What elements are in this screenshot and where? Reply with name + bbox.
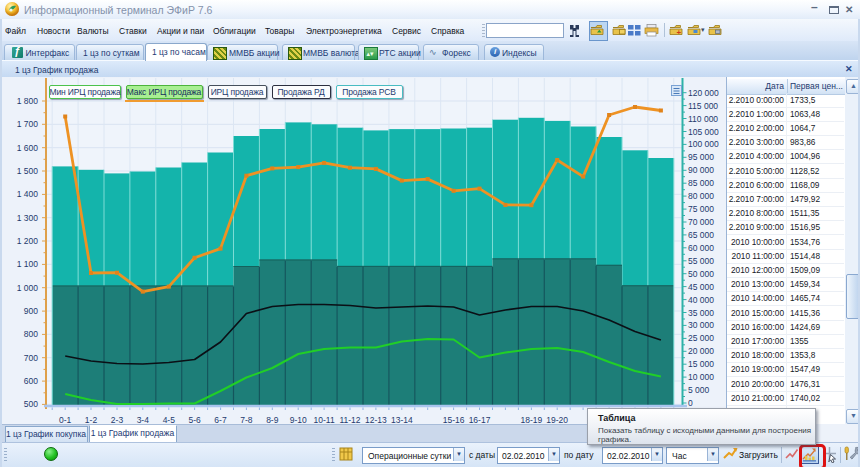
- svg-text:90 000: 90 000: [688, 165, 714, 175]
- svg-text:900: 900: [24, 306, 38, 316]
- svg-text:30 000: 30 000: [688, 320, 714, 330]
- svg-text:3-4: 3-4: [137, 415, 150, 424]
- svg-text:1 500: 1 500: [17, 166, 39, 176]
- svg-text:1 200: 1 200: [17, 236, 39, 246]
- svg-text:35 000: 35 000: [688, 308, 714, 318]
- svg-text:25 000: 25 000: [688, 333, 714, 343]
- svg-text:11-12: 11-12: [339, 415, 360, 424]
- svg-text:1 800: 1 800: [17, 96, 39, 106]
- svg-text:110 000: 110 000: [688, 114, 718, 124]
- svg-text:105 000: 105 000: [688, 127, 719, 137]
- svg-text:10 000: 10 000: [688, 372, 714, 382]
- svg-text:70 000: 70 000: [688, 217, 714, 227]
- svg-text:50 000: 50 000: [688, 269, 714, 279]
- svg-text:20 000: 20 000: [688, 346, 714, 356]
- svg-text:7-8: 7-8: [240, 415, 253, 424]
- svg-text:65 000: 65 000: [688, 230, 714, 240]
- svg-text:40 000: 40 000: [688, 295, 714, 305]
- svg-text:12-13: 12-13: [365, 415, 387, 424]
- svg-text:15 000: 15 000: [688, 359, 714, 369]
- svg-text:1 600: 1 600: [17, 143, 39, 153]
- svg-text:55 000: 55 000: [688, 256, 714, 266]
- svg-text:0-1: 0-1: [59, 415, 72, 424]
- svg-text:60 000: 60 000: [688, 243, 714, 253]
- svg-text:45 000: 45 000: [688, 282, 714, 292]
- svg-text:95 000: 95 000: [688, 152, 714, 162]
- svg-text:80 000: 80 000: [688, 191, 714, 201]
- svg-text:700: 700: [24, 353, 38, 363]
- svg-text:8-9: 8-9: [266, 415, 279, 424]
- svg-text:1 100: 1 100: [17, 259, 39, 269]
- svg-text:19-20: 19-20: [546, 415, 568, 424]
- svg-text:2-3: 2-3: [111, 415, 124, 424]
- svg-text:+: +: [677, 28, 682, 37]
- svg-text:75 000: 75 000: [688, 204, 714, 214]
- svg-text:6-7: 6-7: [214, 415, 227, 424]
- svg-text:4-5: 4-5: [163, 415, 176, 424]
- svg-text:5-6: 5-6: [188, 415, 201, 424]
- svg-text:1 700: 1 700: [17, 119, 39, 129]
- svg-text:1 400: 1 400: [17, 189, 39, 199]
- svg-text:115 000: 115 000: [688, 101, 718, 111]
- svg-text:13-14: 13-14: [391, 415, 413, 424]
- svg-text:5 000: 5 000: [688, 385, 710, 395]
- svg-text:1 300: 1 300: [17, 213, 39, 223]
- svg-text:15-16: 15-16: [443, 415, 465, 424]
- svg-text:1-2: 1-2: [85, 415, 98, 424]
- svg-text:0: 0: [688, 398, 693, 408]
- svg-text:600: 600: [24, 376, 38, 386]
- svg-text:16-17: 16-17: [469, 415, 491, 424]
- svg-text:1 000: 1 000: [17, 283, 39, 293]
- svg-text:100 000: 100 000: [688, 139, 719, 149]
- svg-text:85 000: 85 000: [688, 178, 714, 188]
- svg-text:800: 800: [24, 329, 38, 339]
- svg-text:9-10: 9-10: [290, 415, 307, 424]
- svg-text:500: 500: [24, 399, 38, 409]
- svg-text:10-11: 10-11: [314, 415, 335, 424]
- svg-text:18-19: 18-19: [521, 415, 543, 424]
- svg-text:120 000: 120 000: [688, 88, 719, 98]
